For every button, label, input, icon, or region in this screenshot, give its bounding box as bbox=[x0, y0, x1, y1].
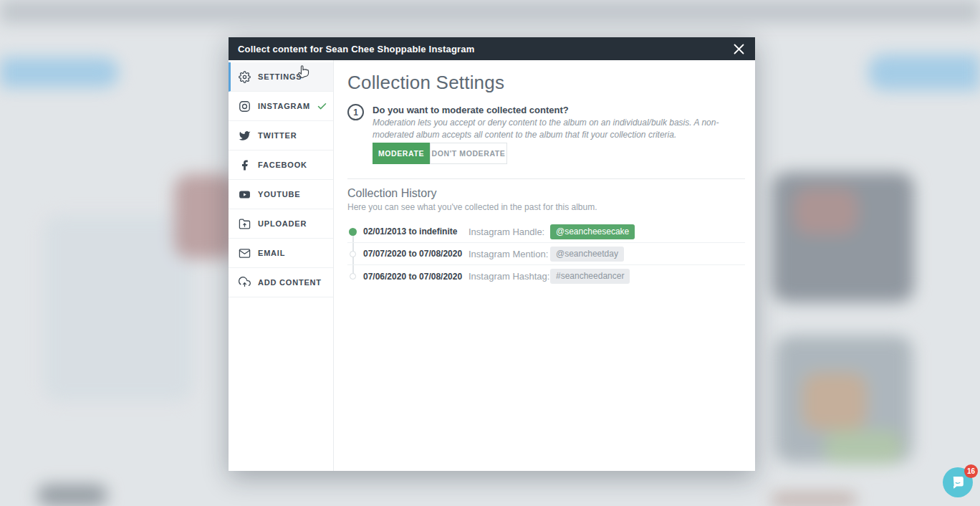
history-value-badge: @seancheesecake bbox=[550, 224, 635, 239]
sidebar-item-label: SETTINGS bbox=[258, 72, 302, 81]
sidebar-item-label: UPLOADER bbox=[258, 219, 307, 228]
timeline-dot bbox=[350, 273, 356, 280]
history-date-range: 07/06/2020 to 07/08/2020 bbox=[363, 272, 469, 282]
moderation-description: Moderation lets you accept or deny conte… bbox=[373, 117, 759, 142]
history-source-type: Instagram Handle: bbox=[469, 226, 550, 237]
timeline-dot-active bbox=[349, 228, 357, 236]
step-number-badge: 1 bbox=[347, 104, 364, 120]
youtube-icon bbox=[239, 188, 251, 201]
twitter-icon bbox=[239, 130, 251, 142]
history-value-badge: @seancheetday bbox=[550, 247, 624, 262]
gear-icon bbox=[239, 71, 251, 83]
history-row: 07/06/2020 to 07/08/2020 Instagram Hasht… bbox=[347, 265, 745, 287]
modal-sidebar: SETTINGS INSTAGRAM bbox=[229, 60, 334, 471]
collect-content-modal: Collect content for Sean Chee Shoppable … bbox=[229, 37, 755, 471]
sidebar-item-settings[interactable]: SETTINGS bbox=[229, 62, 333, 92]
check-icon bbox=[317, 101, 327, 112]
collection-history-heading: Collection History bbox=[347, 187, 436, 200]
chat-launcher-button[interactable]: 16 bbox=[943, 467, 973, 497]
close-icon bbox=[733, 43, 745, 55]
collection-history-list: 02/01/2013 to indefinite Instagram Handl… bbox=[347, 221, 745, 287]
chat-bubble-icon bbox=[951, 475, 966, 490]
moderation-question: Do you want to moderate collected conten… bbox=[373, 105, 569, 115]
moderate-button[interactable]: MODERATE bbox=[373, 143, 430, 164]
timeline-dot bbox=[350, 251, 356, 257]
close-button[interactable] bbox=[730, 40, 747, 57]
history-row: 02/01/2013 to indefinite Instagram Handl… bbox=[347, 221, 745, 243]
sidebar-item-instagram[interactable]: INSTAGRAM bbox=[229, 92, 333, 121]
sidebar-item-label: YOUTUBE bbox=[258, 190, 300, 199]
sidebar-item-label: EMAIL bbox=[258, 249, 285, 257]
section-divider bbox=[347, 178, 745, 179]
sidebar-item-label: INSTAGRAM bbox=[258, 102, 310, 110]
sidebar-item-label: ADD CONTENT bbox=[258, 278, 322, 287]
dont-moderate-button[interactable]: DON'T MODERATE bbox=[430, 143, 507, 164]
collection-history-subheading: Here you can see what you've collected i… bbox=[347, 202, 597, 212]
history-date-range: 07/07/2020 to 07/08/2020 bbox=[363, 249, 469, 259]
facebook-icon bbox=[239, 159, 251, 171]
history-row: 07/07/2020 to 07/08/2020 Instagram Menti… bbox=[347, 243, 745, 265]
upload-cloud-icon bbox=[239, 277, 251, 289]
sidebar-item-uploader[interactable]: UPLOADER bbox=[229, 209, 333, 239]
instagram-icon bbox=[239, 100, 251, 113]
history-source-type: Instagram Hashtag: bbox=[469, 271, 550, 282]
modal-content: Collection Settings 1 Do you want to mod… bbox=[335, 60, 755, 471]
sidebar-item-youtube[interactable]: YOUTUBE bbox=[229, 180, 333, 209]
modal-title: Collect content for Sean Chee Shoppable … bbox=[238, 44, 475, 54]
page-title: Collection Settings bbox=[347, 72, 504, 94]
email-icon bbox=[239, 247, 251, 259]
history-date-range: 02/01/2013 to indefinite bbox=[363, 226, 469, 237]
history-value-badge: #seancheedancer bbox=[550, 269, 630, 284]
history-source-type: Instagram Mention: bbox=[469, 249, 550, 259]
moderation-toggle-group: MODERATE DON'T MODERATE bbox=[373, 143, 507, 164]
sidebar-item-facebook[interactable]: FACEBOOK bbox=[229, 151, 333, 180]
chat-unread-badge: 16 bbox=[964, 464, 978, 478]
sidebar-item-email[interactable]: EMAIL bbox=[229, 239, 333, 268]
sidebar-item-label: FACEBOOK bbox=[258, 161, 307, 169]
sidebar-item-twitter[interactable]: TWITTER bbox=[229, 121, 333, 151]
sidebar-item-add-content[interactable]: ADD CONTENT bbox=[229, 268, 333, 297]
sidebar-item-label: TWITTER bbox=[258, 131, 297, 140]
modal-header: Collect content for Sean Chee Shoppable … bbox=[229, 37, 755, 60]
uploader-folder-icon bbox=[239, 218, 251, 230]
